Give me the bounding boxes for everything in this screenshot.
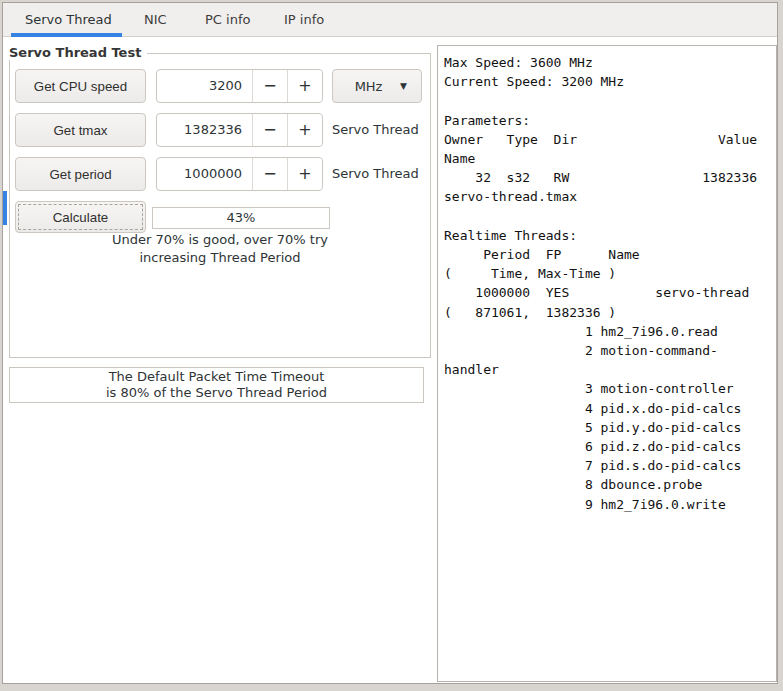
minus-icon[interactable]: − xyxy=(252,114,287,146)
get-cpu-speed-button[interactable]: Get CPU speed xyxy=(15,69,146,103)
tab-bar: Servo Thread NIC PC info IP info xyxy=(3,3,777,37)
tmax-spinbox: 1382336 − + xyxy=(156,113,323,147)
timeout-line2: is 80% of the Servo Thread Period xyxy=(10,385,423,401)
hint-line1: Under 70% is good, over 70% try xyxy=(10,231,430,249)
cpu-speed-spinbox: 3200 − + xyxy=(156,69,323,103)
scroll-indicator[interactable] xyxy=(3,191,7,225)
get-period-button[interactable]: Get period xyxy=(15,157,146,191)
minus-icon[interactable]: − xyxy=(252,158,287,190)
tmax-value[interactable]: 1382336 xyxy=(157,114,252,146)
calculate-button[interactable]: Calculate xyxy=(15,201,146,233)
unit-combobox-value: MHz xyxy=(333,79,400,94)
period-value[interactable]: 1000000 xyxy=(157,158,252,190)
hint-line2: increasing Thread Period xyxy=(10,249,430,267)
get-tmax-button[interactable]: Get tmax xyxy=(15,113,146,147)
window-frame: Servo Thread NIC PC info IP info Servo T… xyxy=(2,2,778,684)
output-textview[interactable]: Max Speed: 3600 MHz Current Speed: 3200 … xyxy=(437,45,777,682)
tab-servo-thread[interactable]: Servo Thread xyxy=(25,3,112,37)
minus-icon[interactable]: − xyxy=(252,70,287,102)
result-field[interactable]: 43% xyxy=(152,207,330,229)
period-thread-label: Servo Thread xyxy=(332,157,419,191)
period-spinbox: 1000000 − + xyxy=(156,157,323,191)
unit-combobox[interactable]: MHz ▼ xyxy=(332,69,422,103)
tab-pc-info[interactable]: PC info xyxy=(205,3,250,37)
hint-text: Under 70% is good, over 70% try increasi… xyxy=(10,231,430,267)
page-servo-thread: Servo Thread Test Get CPU speed 3200 − +… xyxy=(3,38,777,683)
tab-ip-info[interactable]: IP info xyxy=(284,3,324,37)
plus-icon[interactable]: + xyxy=(287,158,322,190)
active-tab-indicator xyxy=(11,33,122,37)
plus-icon[interactable]: + xyxy=(287,114,322,146)
chevron-down-icon: ▼ xyxy=(400,81,421,91)
plus-icon[interactable]: + xyxy=(287,70,322,102)
app-window: Servo Thread NIC PC info IP info Servo T… xyxy=(0,0,783,691)
tmax-thread-label: Servo Thread xyxy=(332,113,419,147)
frame-title: Servo Thread Test xyxy=(9,45,147,60)
timeout-line1: The Default Packet Time Timeout xyxy=(10,369,423,385)
tab-nic[interactable]: NIC xyxy=(144,3,167,37)
servo-thread-test-frame: Servo Thread Test Get CPU speed 3200 − +… xyxy=(9,53,431,358)
cpu-speed-value[interactable]: 3200 xyxy=(157,70,252,102)
packet-timeout-frame: The Default Packet Time Timeout is 80% o… xyxy=(9,367,424,403)
